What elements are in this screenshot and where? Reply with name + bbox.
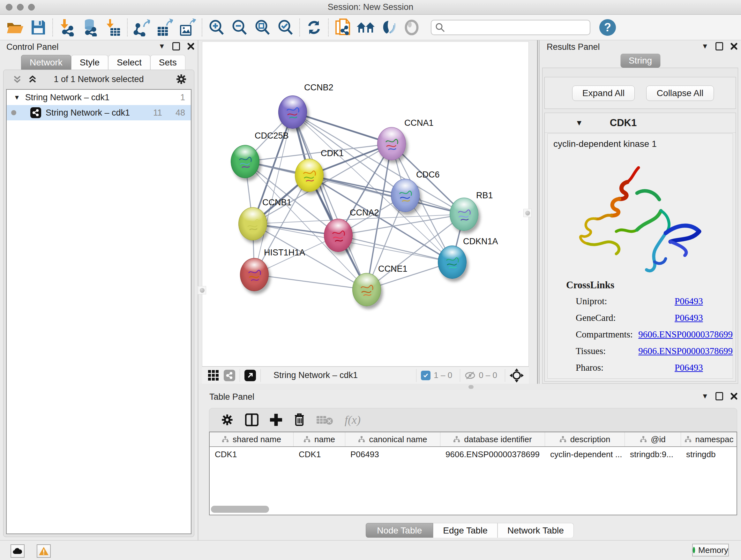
collection-caret-icon[interactable]: ▼ [14,94,20,101]
zoom-in-button[interactable] [205,17,228,38]
delete-table-icon[interactable] [317,414,333,426]
gene-section-header[interactable]: ▼ CDK1 [545,113,736,133]
hidden-eye-icon[interactable] [465,371,475,380]
network-edge[interactable] [338,235,452,262]
network-canvas[interactable]: CCNB2CCNA1CDC25BCDK1CDC6RB1CCNB1CCNA2CDK… [202,42,529,367]
table-row[interactable]: CDK1CDK1P064939606.ENSP00000378699cyclin… [210,447,737,462]
close-panel-icon[interactable] [730,392,738,400]
graph-node-ccnb2[interactable] [278,96,307,129]
gear-icon[interactable] [221,414,233,426]
column-header-database-identifier[interactable]: database identifier [441,432,545,446]
crosslink-link[interactable]: P06493 [675,296,703,307]
close-panel-icon[interactable] [187,43,195,50]
tab-network[interactable]: Network [21,55,71,70]
panel-menu-caret-icon[interactable]: ▼ [158,42,165,51]
float-panel-icon[interactable] [716,42,723,51]
cloud-status-button[interactable] [10,544,24,558]
tab-network-table[interactable]: Network Table [497,523,574,538]
section-caret-icon[interactable]: ▼ [576,118,583,127]
save-session-button[interactable] [27,17,50,38]
column-header-namespac[interactable]: namespac [681,432,737,446]
panel-menu-caret-icon[interactable]: ▼ [701,392,709,400]
left-splitter-grip[interactable] [198,286,206,294]
network-edge[interactable] [293,112,392,144]
graph-node-hist1h1a[interactable] [240,258,269,291]
string-home-button[interactable] [354,17,377,38]
column-header-name[interactable]: name [293,432,345,446]
column-header--id[interactable]: @id [625,432,681,446]
graph-node-ccna1[interactable] [377,127,406,160]
graph-node-ccnb1[interactable] [239,207,267,240]
warnings-button[interactable] [37,544,51,558]
export-view-button[interactable] [245,370,256,381]
tab-select[interactable]: Select [108,55,150,70]
open-session-button[interactable] [4,17,27,38]
expand-all-button[interactable]: Expand All [572,85,635,101]
tab-edge-table[interactable]: Edge Table [433,523,497,538]
table-cell[interactable]: P06493 [345,447,441,462]
zoom-out-button[interactable] [228,17,251,38]
table-cell[interactable]: 9606.ENSP00000378699 [441,447,545,462]
close-window-button[interactable] [6,4,12,10]
network-collection-row[interactable]: ▼ String Network – cdk1 1 [7,90,191,105]
network-edge[interactable] [293,112,367,290]
tab-string[interactable]: String [620,54,660,68]
vertical-splitter[interactable] [537,40,539,384]
table-cell[interactable]: stringdb [681,447,737,462]
table-cell[interactable]: cyclin-dependent ... [545,447,625,462]
graph-node-cdkn1a[interactable] [438,246,467,279]
maximize-window-button[interactable] [28,4,35,10]
show-glass-button[interactable] [400,17,423,38]
minimize-window-button[interactable] [17,4,23,10]
import-network-file-button[interactable] [56,17,78,38]
copy-network-button[interactable] [331,17,354,38]
toolbar-search[interactable] [431,20,590,35]
crosslink-link[interactable]: 9606.ENSP00000378699 [638,329,733,340]
network-edge[interactable] [254,274,367,290]
import-network-database-button[interactable] [78,17,102,38]
graph-node-cdk1[interactable] [295,159,324,192]
column-header-description[interactable]: description [545,432,625,446]
graph-node-cdc25b[interactable] [231,145,259,178]
birdseye-view-button[interactable] [224,370,235,381]
column-header-canonical-name[interactable]: canonical name [345,432,441,446]
horizontal-scrollbar-thumb[interactable] [211,506,269,513]
float-panel-icon[interactable] [716,392,723,400]
zoom-fit-button[interactable] [251,17,274,38]
crosslink-link[interactable]: 9606.ENSP00000378699 [638,346,733,356]
column-header-shared-name[interactable]: shared name [210,432,293,446]
gear-icon[interactable] [176,73,187,85]
window-controls[interactable] [6,4,35,10]
close-panel-icon[interactable] [730,43,738,50]
graph-node-ccne1[interactable] [352,273,381,306]
selected-indicator-checkbox[interactable] [421,371,430,380]
import-table-button[interactable] [102,17,125,38]
export-image-button[interactable] [176,17,199,38]
panel-menu-caret-icon[interactable]: ▼ [701,42,709,51]
tab-style[interactable]: Style [71,55,108,70]
help-button[interactable]: ? [599,19,616,36]
tab-node-table[interactable]: Node Table [366,523,433,538]
hide-glass-button[interactable] [377,17,400,38]
graph-node-ccna2[interactable] [324,219,353,252]
collapse-all-button[interactable]: Collapse All [646,85,714,101]
fit-content-crosshair-icon[interactable] [510,368,524,382]
export-table-button[interactable] [153,17,176,38]
memory-button[interactable]: Memory [692,544,729,557]
tab-sets[interactable]: Sets [150,55,185,70]
search-input[interactable] [445,22,582,32]
table-cell[interactable]: CDK1 [210,447,293,462]
table-cell[interactable]: CDK1 [293,447,345,462]
zoom-selected-button[interactable] [274,17,297,38]
horizontal-splitter[interactable] [199,384,741,390]
grid-view-button[interactable] [208,370,219,381]
graph-node-cdc6[interactable] [391,179,420,212]
network-row-selected[interactable]: String Network – cdk1 11 48 [7,105,191,120]
delete-column-icon[interactable] [293,413,305,427]
crosslink-link[interactable]: P06493 [675,362,703,373]
refresh-network-button[interactable] [302,17,326,38]
export-network-button[interactable] [130,17,153,38]
crosslink-link[interactable]: P06493 [675,313,703,323]
columns-icon[interactable] [245,414,259,426]
right-splitter-grip[interactable] [523,209,532,217]
